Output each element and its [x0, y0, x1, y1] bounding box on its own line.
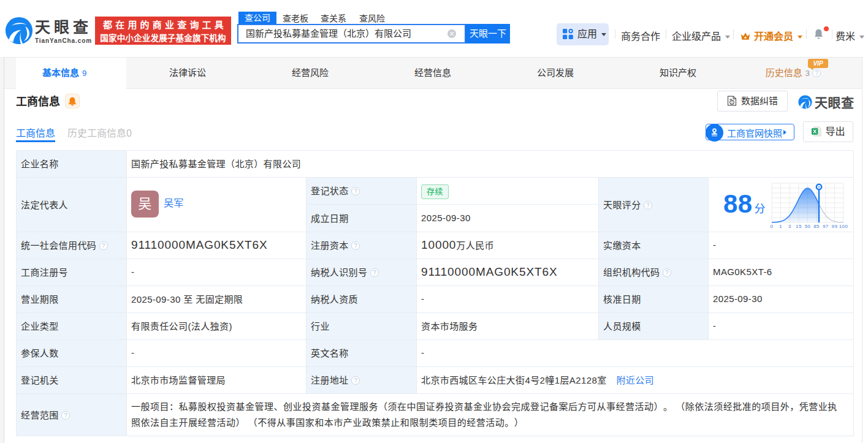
- svg-text:100: 100: [839, 224, 848, 229]
- svg-text:1: 1: [779, 224, 782, 229]
- svg-text:99: 99: [832, 224, 838, 229]
- svg-text:85: 85: [813, 224, 820, 229]
- svg-text:0: 0: [771, 224, 774, 229]
- svg-text:15: 15: [796, 224, 802, 229]
- svg-text:97: 97: [823, 224, 829, 229]
- svg-text:50: 50: [805, 224, 811, 229]
- svg-text:3: 3: [788, 224, 791, 229]
